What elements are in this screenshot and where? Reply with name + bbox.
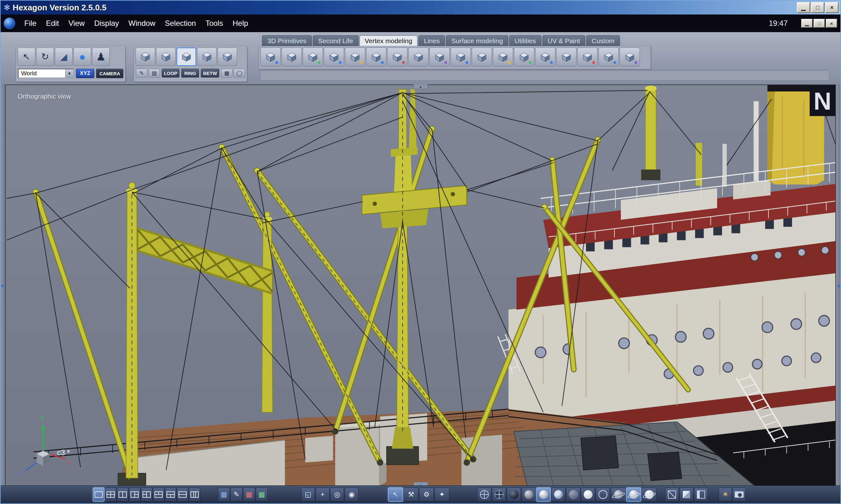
layout-four-views-icon[interactable]: [105, 488, 116, 502]
select-cursor-icon[interactable]: ↖: [388, 488, 403, 502]
smoothing-on-icon[interactable]: [626, 488, 641, 502]
tool-stretch-icon[interactable]: [260, 48, 281, 67]
chevron-down-icon[interactable]: ▼: [65, 69, 73, 77]
layout-split-left-icon[interactable]: [129, 488, 140, 502]
transparent-sphere-icon[interactable]: [566, 488, 580, 502]
coordinate-space-select[interactable]: World ▼: [18, 69, 74, 78]
tab-surface-modeling[interactable]: Surface modeling: [446, 35, 508, 46]
camera-toggle-button[interactable]: CAMERA: [96, 69, 123, 78]
tool-tweak-icon[interactable]: [281, 48, 302, 67]
viewport-split-handle-top[interactable]: ▲: [413, 85, 428, 89]
universal-manipulator-icon[interactable]: ●: [73, 48, 91, 66]
tab-utilities[interactable]: Utilities: [509, 35, 542, 46]
wire-cube-icon[interactable]: [665, 488, 679, 502]
flat-shaded-sphere-icon[interactable]: [521, 488, 536, 502]
left-panel-expander[interactable]: ▶: [1, 85, 5, 487]
shaded-cube-icon[interactable]: [680, 488, 693, 502]
loop-button[interactable]: LOOP: [162, 69, 179, 77]
ring-button[interactable]: RING: [181, 69, 199, 77]
menu-file[interactable]: File: [20, 19, 41, 28]
dark-sphere-icon[interactable]: [507, 488, 521, 502]
smoothing-off-icon[interactable]: [642, 488, 656, 502]
xyz-toggle-button[interactable]: XYZ: [76, 69, 95, 78]
right-panel-expander[interactable]: ◀: [836, 85, 840, 487]
tool-bridge-icon[interactable]: [451, 48, 471, 67]
layout-two-rows-icon[interactable]: [177, 488, 188, 502]
tool-weld-points-icon[interactable]: [493, 48, 513, 67]
tab-custom[interactable]: Custom: [586, 35, 620, 46]
actor-pose-icon[interactable]: ♟: [92, 48, 110, 66]
tool-target-weld-icon[interactable]: [535, 48, 555, 67]
menu-view[interactable]: View: [64, 19, 89, 28]
select-arrow-icon[interactable]: ↖: [18, 48, 35, 66]
layout-two-columns-icon[interactable]: [117, 488, 128, 502]
between-button[interactable]: BETW: [201, 69, 219, 77]
circle-select-icon[interactable]: ◯: [234, 69, 245, 77]
options-tool-icon[interactable]: ⚙: [419, 488, 434, 502]
outline-sphere-icon[interactable]: [596, 488, 610, 502]
mdi-maximize-button[interactable]: □: [813, 19, 825, 28]
tool-copy-symmetry-icon[interactable]: [620, 48, 640, 67]
light-icon[interactable]: ☀: [719, 488, 732, 502]
mdi-close-button[interactable]: ×: [826, 19, 837, 28]
hidden-line-sphere-icon[interactable]: [492, 488, 506, 502]
properties-panel-icon[interactable]: [694, 488, 708, 502]
frame-all-icon[interactable]: ◱: [301, 488, 315, 502]
layout-split-bottom-icon[interactable]: [165, 488, 176, 502]
snap-grid-red-icon[interactable]: ▦: [243, 488, 255, 502]
layout-split-top-icon[interactable]: [153, 488, 164, 502]
tool-sweep-surface-icon[interactable]: [387, 48, 408, 67]
tab-lines[interactable]: Lines: [418, 35, 445, 46]
soft-selection-mode-icon[interactable]: [218, 48, 237, 66]
textured-sphere-icon[interactable]: [551, 488, 565, 502]
tool-dissolve-icon[interactable]: [556, 48, 577, 67]
tool-extrude-surface-icon[interactable]: [345, 48, 365, 67]
menu-window[interactable]: Window: [124, 19, 160, 28]
paint-select-icon[interactable]: ✎: [136, 69, 147, 77]
smoothing-range-icon[interactable]: [611, 488, 625, 502]
stamp-tool-icon[interactable]: ✦: [434, 488, 449, 502]
maximize-button[interactable]: □: [811, 2, 824, 13]
tool-offset-icon[interactable]: [429, 48, 450, 67]
layout-three-columns-icon[interactable]: [189, 488, 200, 502]
tab-vertex-modeling[interactable]: Vertex modeling: [360, 35, 418, 46]
tab-3d-primitives[interactable]: 3D Primitives: [262, 35, 312, 46]
snap-grid-green-icon[interactable]: ▦: [256, 488, 268, 502]
pan-view-icon[interactable]: +: [316, 488, 329, 502]
tool-thickness-icon[interactable]: [408, 48, 429, 67]
display-grid-icon[interactable]: ▦: [218, 488, 230, 502]
white-sphere-icon[interactable]: [581, 488, 595, 502]
grid-select-icon[interactable]: ▦: [221, 69, 233, 77]
tool-fast-extrude-icon[interactable]: [366, 48, 386, 67]
3d-scene[interactable]: N: [6, 85, 835, 486]
menu-help[interactable]: Help: [228, 19, 253, 28]
zoom-view-icon[interactable]: ◎: [330, 488, 344, 502]
area-select-icon[interactable]: ▨: [149, 69, 160, 77]
tab-uv-paint[interactable]: UV & Paint: [543, 35, 586, 46]
tool-tessellate-icon[interactable]: [472, 48, 492, 67]
layout-split-right-icon[interactable]: [141, 488, 152, 502]
render-camera-icon[interactable]: [733, 488, 746, 502]
edit-grid-icon[interactable]: ✎: [230, 488, 242, 502]
tool-smooth-icon[interactable]: [303, 48, 323, 67]
tool-decimate-icon[interactable]: [577, 48, 598, 67]
select-object-mode-icon[interactable]: [197, 48, 217, 66]
cut-tool-icon[interactable]: ⚒: [404, 488, 418, 502]
visibility-icon[interactable]: ◉: [345, 488, 359, 502]
mdi-minimize-button[interactable]: ▁: [801, 19, 813, 28]
tool-average-weld-icon[interactable]: [514, 48, 534, 67]
tab-second-life[interactable]: Second Life: [313, 35, 359, 46]
select-edges-mode-icon[interactable]: [156, 48, 176, 66]
wireframe-sphere-icon[interactable]: [477, 488, 491, 502]
rotate-tool-icon[interactable]: ↻: [36, 48, 54, 66]
scale-plane-icon[interactable]: ◢: [55, 48, 72, 66]
minimize-button[interactable]: ▁: [797, 2, 810, 13]
select-points-mode-icon[interactable]: [136, 48, 155, 66]
tool-extrude-face-icon[interactable]: [324, 48, 344, 67]
layout-single-view-icon[interactable]: [93, 488, 104, 502]
smooth-shaded-sphere-icon[interactable]: [536, 488, 551, 502]
menu-selection[interactable]: Selection: [160, 19, 201, 28]
tool-symmetry-icon[interactable]: [599, 48, 619, 67]
menu-tools[interactable]: Tools: [201, 19, 228, 28]
select-faces-mode-icon[interactable]: [176, 48, 196, 66]
